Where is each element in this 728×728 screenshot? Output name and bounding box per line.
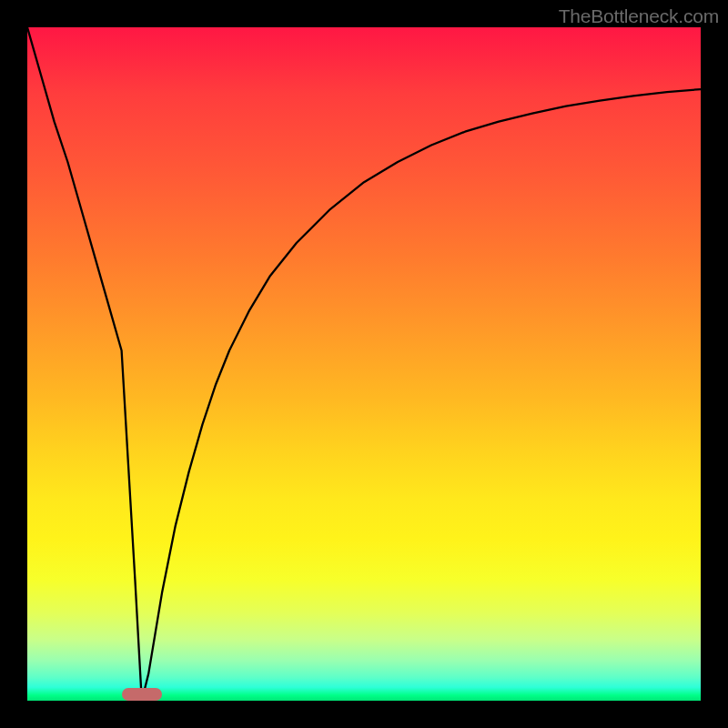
bottleneck-marker bbox=[122, 688, 162, 701]
bottleneck-curve bbox=[27, 27, 701, 701]
watermark-text: TheBottleneck.com bbox=[559, 5, 719, 27]
chart-container: TheBottleneck.com bbox=[0, 0, 728, 728]
curve-svg bbox=[27, 27, 701, 701]
plot-area bbox=[27, 27, 701, 701]
